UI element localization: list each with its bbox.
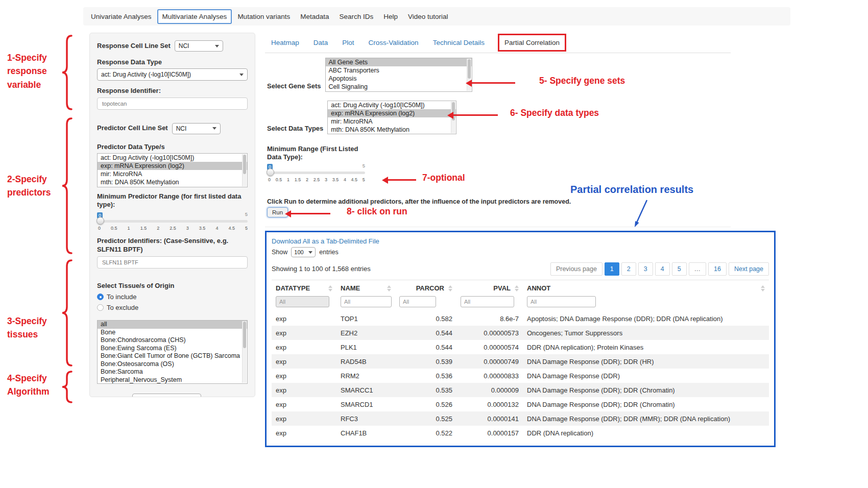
listbox-option[interactable]: act: Drug Activity (-log10[IC50M]) — [328, 101, 456, 109]
tab[interactable]: Heatmap — [265, 35, 305, 51]
nav-item[interactable]: Mutation variants — [233, 10, 295, 23]
filter-annot-input[interactable] — [527, 296, 596, 307]
column-header-pval[interactable]: PVAL — [456, 280, 523, 295]
nav-item[interactable]: Univariate Analyses — [86, 10, 156, 23]
column-header-datatype[interactable]: DATATYPE — [272, 280, 336, 295]
listbox-option[interactable]: mth: DNA 850K Methylation — [98, 178, 247, 186]
listbox-option[interactable]: exp: mRNA Expression (log2) — [328, 109, 456, 117]
tissue-listbox[interactable]: allBoneBone:Chondrosarcoma (CHS)Bone:Ewi… — [97, 320, 248, 384]
slider-handle[interactable] — [267, 168, 274, 176]
tab[interactable]: Partial Correlation — [498, 34, 566, 52]
page-button[interactable]: 2 — [621, 262, 636, 276]
table-row[interactable]: exp RFC3 0.525 0.0000141 DNA Damage Resp… — [272, 411, 769, 426]
cell-datatype: exp — [272, 415, 336, 423]
to-include-radio[interactable] — [97, 294, 104, 300]
listbox-option[interactable]: ABC Transporters — [326, 66, 472, 75]
filter-name-input[interactable] — [341, 296, 392, 307]
sort-icon[interactable] — [328, 285, 332, 291]
to-exclude-radio[interactable] — [97, 304, 104, 311]
table-row[interactable]: exp EZH2 0.544 0.00000573 Oncogenes; Tum… — [272, 326, 769, 340]
listbox-option[interactable]: Apoptosis — [326, 75, 472, 83]
page-button[interactable]: … — [689, 262, 707, 276]
column-header-parcor[interactable]: PARCOR — [395, 280, 456, 295]
page-button[interactable]: 4 — [655, 262, 670, 276]
table-row[interactable]: exp SMARCC1 0.535 0.000009 DNA Damage Re… — [272, 383, 769, 397]
listbox-option[interactable]: mir: MicroRNA — [98, 170, 247, 178]
column-header-name[interactable]: NAME — [336, 280, 395, 295]
nav-item[interactable]: Search IDs — [334, 10, 378, 23]
predictor-identifiers-input[interactable] — [97, 256, 248, 269]
response-identifier-label: Response Identifier: — [97, 87, 248, 95]
table-row[interactable]: exp SMARCD1 0.526 0.0000132 DNA Damage R… — [272, 397, 769, 411]
listbox-option[interactable]: Bone:Sarcoma — [98, 368, 247, 376]
scrollbar[interactable] — [242, 154, 247, 186]
listbox-option[interactable]: All Gene Sets — [326, 58, 472, 66]
filter-datatype-input[interactable] — [276, 296, 329, 307]
caret-down-icon — [308, 251, 312, 254]
scrollbar-thumb[interactable] — [243, 155, 246, 174]
sort-icon[interactable] — [515, 285, 519, 291]
gene-sets-listbox[interactable]: All Gene SetsABC TransportersApoptosisCe… — [325, 58, 472, 92]
listbox-option[interactable]: Bone:Osteosarcoma (OS) — [98, 360, 247, 369]
sort-icon[interactable] — [761, 285, 765, 291]
slider-track[interactable] — [97, 220, 248, 223]
response-cell-line-set-select[interactable]: NCI — [175, 40, 223, 52]
scrollbar[interactable] — [242, 321, 247, 383]
page-button[interactable]: 3 — [638, 262, 653, 276]
listbox-option[interactable]: all — [98, 321, 247, 329]
select-value: 100 — [294, 249, 303, 255]
table-row[interactable]: exp PLK1 0.544 0.00000574 DDR (DNA repli… — [272, 340, 769, 354]
data-types-listbox[interactable]: act: Drug Activity (-log10[IC50M])exp: m… — [327, 101, 456, 134]
page-button[interactable]: Next page — [729, 262, 769, 276]
table-row[interactable]: exp RAD54B 0.539 0.00000749 DNA Damage R… — [272, 354, 769, 369]
predictor-data-types-listbox[interactable]: act: Drug Activity (-log10[IC50M])exp: m… — [97, 153, 248, 187]
listbox-option[interactable]: mir: MicroRNA — [328, 117, 456, 126]
listbox-option[interactable]: Peripheral_Nervous_System — [98, 376, 247, 384]
response-data-type-select[interactable]: act: Drug Activity (-log10[IC50M]) — [97, 68, 248, 81]
page-button[interactable]: 5 — [672, 262, 687, 276]
page-button[interactable]: 1 — [605, 262, 619, 276]
table-row[interactable]: exp TOP1 0.582 8.6e-7 Apoptosis; DNA Dam… — [272, 311, 769, 326]
listbox-option[interactable]: Bone:Giant Cell Tumor of Bone (GCTB) Sar… — [98, 352, 247, 360]
page-button[interactable]: 16 — [708, 262, 727, 276]
min-range-slider[interactable]: 5 0 00.511.522.533.544.55 — [267, 164, 365, 184]
listbox-option[interactable]: Bone — [98, 329, 247, 337]
table-row[interactable]: exp CHAF1B 0.522 0.0000157 DDR (DNA repl… — [272, 426, 769, 440]
listbox-option[interactable]: exp: mRNA Expression (log2) — [98, 162, 247, 170]
sort-icon[interactable] — [448, 285, 452, 291]
cell-name: SMARCD1 — [336, 401, 395, 408]
table-row[interactable]: exp RRM2 0.536 0.00000833 DNA Damage Res… — [272, 369, 769, 383]
nav-item[interactable]: Multivariate Analyses — [157, 9, 232, 24]
scrollbar-thumb[interactable] — [468, 59, 471, 79]
show-entries-select[interactable]: 100 — [291, 247, 316, 257]
slider-handle[interactable] — [97, 217, 104, 225]
listbox-option[interactable]: act: Drug Activity (-log10[IC50M]) — [98, 154, 247, 162]
download-link[interactable]: Download All as a Tab-Delimited File — [272, 237, 379, 245]
nav-item[interactable]: Video tutorial — [403, 10, 453, 23]
listbox-option[interactable]: Cell Signaling — [326, 83, 472, 91]
scrollbar-thumb[interactable] — [243, 322, 246, 348]
algorithm-select[interactable]: Linear Regression — [132, 394, 201, 397]
listbox-option[interactable]: Bone:Ewing Sarcoma (ES) — [98, 345, 247, 353]
min-predictor-range-slider[interactable]: 5 0 00.511.522.533.544.55 — [97, 213, 248, 232]
tab[interactable]: Plot — [336, 35, 360, 51]
filter-pval-input[interactable] — [461, 296, 514, 307]
cell-parcor: 0.535 — [395, 386, 456, 394]
cell-pval: 8.6e-7 — [456, 315, 523, 323]
tab[interactable]: Cross-Validation — [363, 35, 425, 51]
page-button[interactable]: Previous page — [550, 262, 602, 276]
response-identifier-input[interactable] — [97, 97, 248, 110]
annotation-run: 8- click on run — [347, 206, 407, 217]
predictor-cell-line-set-select[interactable]: NCI — [172, 123, 221, 134]
filter-parcor-input[interactable] — [399, 296, 436, 307]
control-panel: Response Cell Line Set NCI Response Data… — [89, 33, 255, 397]
sort-icon[interactable] — [387, 285, 391, 291]
column-header-annot[interactable]: ANNOT — [523, 280, 769, 295]
tab[interactable]: Technical Details — [427, 35, 491, 51]
nav-item[interactable]: Metadata — [296, 10, 333, 23]
tab[interactable]: Data — [307, 35, 334, 51]
listbox-option[interactable]: mth: DNA 850K Methylation — [328, 126, 456, 134]
nav-item[interactable]: Help — [379, 10, 402, 23]
slider-track[interactable] — [267, 172, 365, 174]
listbox-option[interactable]: Bone:Chondrosarcoma (CHS) — [98, 336, 247, 345]
